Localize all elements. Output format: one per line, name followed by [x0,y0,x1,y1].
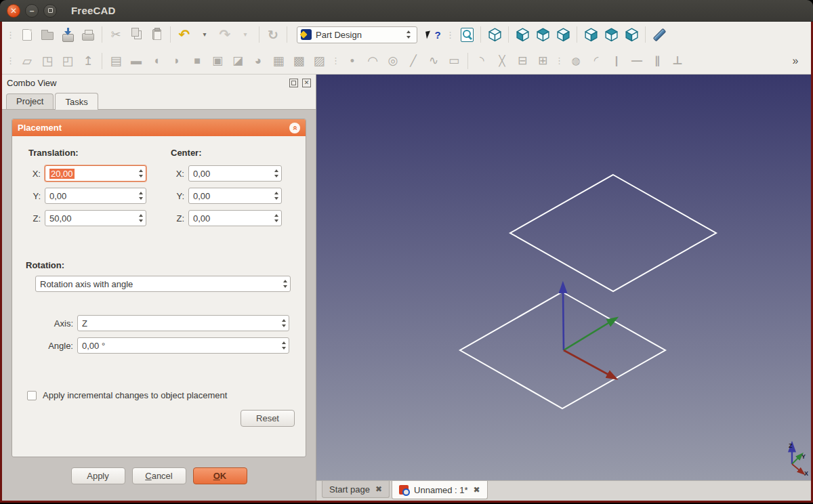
draft-button[interactable]: ◪ [228,51,247,70]
toolbar-grip[interactable]: ⋮ [6,30,15,40]
cut-button[interactable]: ✂ [106,25,125,44]
additive-pipe-button[interactable]: ◕ [249,51,268,70]
print-document-button[interactable] [79,25,98,44]
copy-button[interactable] [127,25,146,44]
translation-x-field[interactable]: 20,00 [45,165,146,182]
toolbar-grip[interactable]: ⋮ [331,56,340,66]
title-bar[interactable]: ✕ – FreeCAD [0,0,813,22]
create-line-button[interactable]: ╱ [404,51,423,70]
translation-z-spinner[interactable] [136,211,146,226]
constrain-vertical-button[interactable]: | [607,51,626,70]
multitransform-button[interactable]: ▨ [310,51,329,70]
apply-incremental-checkbox[interactable] [27,391,37,400]
additive-box-button[interactable]: ■ [188,51,207,70]
bottom-view-button[interactable] [602,25,621,44]
front-view-button[interactable] [513,25,532,44]
chevron-up-icon: » [291,125,299,130]
window-minimize-button[interactable]: – [25,4,39,18]
view-sketch-button[interactable]: ◳ [38,51,57,70]
angle-spinner[interactable] [278,338,289,353]
placement-header[interactable]: Placement » [12,119,306,136]
tab-unnamed-document[interactable]: Unnamed : 1* ✖ [392,481,488,499]
3d-viewport[interactable]: Z Y X [316,75,811,480]
toolbar-grip[interactable]: ⋮ [6,56,15,66]
ok-button[interactable]: OK [193,467,247,484]
angle-label: Angle: [35,341,77,351]
constrain-parallel-button[interactable]: ∥ [648,51,667,70]
float-panel-icon[interactable] [289,79,298,87]
top-view-button[interactable] [533,25,552,44]
leave-sketch-button[interactable]: ↥ [79,51,98,70]
center-y-field[interactable]: 0,00 [188,188,282,204]
tab-tasks[interactable]: Tasks [55,93,98,110]
rotation-mode-dropdown[interactable]: Rotation axis with angle [35,276,291,292]
constrain-perpendicular-button[interactable]: ⊥ [668,51,687,70]
pocket-button[interactable]: ▣ [208,51,227,70]
create-circle-button[interactable]: ◎ [383,51,402,70]
tab-start-page[interactable]: Start page ✖ [322,481,390,498]
close-tab-icon[interactable]: ✖ [474,486,480,494]
create-arc-button[interactable]: ◠ [363,51,382,70]
create-fillet-button[interactable]: ◝ [472,51,491,70]
apply-button[interactable]: Apply [71,467,125,484]
undo-button[interactable]: ↶ [175,25,194,44]
workbench-selector[interactable]: Part Design [297,26,417,43]
constrain-tangent-button[interactable]: ◜ [587,51,606,70]
translation-z-field[interactable]: 50,00 [45,210,146,226]
angle-field[interactable]: 0,00 ° [77,337,289,354]
center-z-spinner[interactable] [271,211,281,226]
axis-dropdown[interactable]: Z [77,315,289,331]
axis-label: Axis: [35,318,77,329]
center-z-field[interactable]: 0,00 [188,210,282,226]
undo-history-button[interactable]: ▾ [195,25,214,44]
linear-pattern-button[interactable]: ▦ [269,51,288,70]
pad-button[interactable]: ▬ [127,51,146,70]
redo-button[interactable]: ↷ [215,25,234,44]
constrain-horizontal-button[interactable]: — [627,51,646,70]
translation-x-spinner[interactable] [136,166,146,181]
open-document-button[interactable] [38,25,57,44]
whats-this-icon: ? [426,29,440,41]
trim-edge-button[interactable]: ╳ [493,51,512,70]
axonometric-view-button[interactable] [485,25,504,44]
center-y-spinner[interactable] [271,188,281,203]
map-sketch-button[interactable]: ◰ [58,51,77,70]
cancel-button[interactable]: Cancel [132,467,186,484]
extend-edge-button[interactable]: ⊟ [513,51,532,70]
tab-project[interactable]: Project [6,93,54,109]
paste-button[interactable] [147,25,166,44]
window-close-button[interactable]: ✕ [7,4,20,18]
refresh-button[interactable]: ↻ [264,25,283,44]
reset-button[interactable]: Reset [241,410,295,427]
create-point-button[interactable]: • [343,51,362,70]
toolbar-grip[interactable]: ⋮ [446,30,455,40]
datum-plane-button[interactable]: ▤ [106,51,125,70]
new-document-button[interactable] [18,25,37,44]
fit-all-button[interactable] [457,25,476,44]
save-document-button[interactable] [58,25,77,44]
revolution-button[interactable]: ◖ [147,51,166,70]
new-sketch-button[interactable]: ▱ [18,51,37,70]
groove-button[interactable]: ◗ [167,51,186,70]
close-panel-icon[interactable]: ✕ [302,79,311,87]
right-view-button[interactable] [554,25,572,44]
create-rectangle-button[interactable]: ▭ [444,51,463,70]
measure-distance-button[interactable] [650,25,669,44]
toolbar-grip[interactable]: ⋮ [555,56,564,66]
rear-view-button[interactable] [581,25,600,44]
create-polyline-button[interactable]: ∿ [424,51,443,70]
window-maximize-button[interactable] [43,4,57,18]
left-view-button[interactable] [622,25,641,44]
toolbar-overflow-button[interactable]: » [786,51,805,70]
close-tab-icon[interactable]: ✖ [375,485,382,493]
translation-y-spinner[interactable] [136,188,146,203]
redo-history-button[interactable]: ▾ [236,25,255,44]
whats-this-button[interactable]: ? [424,25,443,44]
collapse-panel-button[interactable]: » [289,123,300,133]
polar-pattern-button[interactable]: ▩ [289,51,308,70]
center-x-field[interactable]: 0,00 [188,165,282,182]
external-geometry-button[interactable]: ⊞ [533,51,552,70]
translation-y-field[interactable]: 0,00 [45,188,146,204]
center-x-spinner[interactable] [271,166,281,181]
constrain-lock-button[interactable]: ◍ [566,51,585,70]
